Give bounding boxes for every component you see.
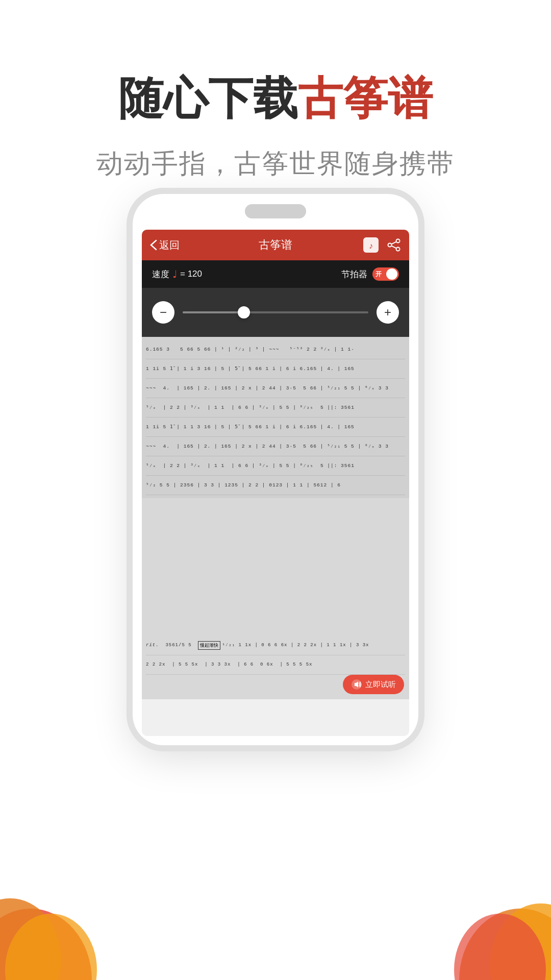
svg-line-12 [391,246,396,249]
svg-point-8 [396,239,400,243]
title-suffix: 古筝谱 [298,73,433,124]
metronome-toggle[interactable]: 开 [372,267,399,281]
speed-increase-button[interactable]: + [377,301,399,324]
flower-right-decoration [408,837,551,980]
slider-fill [183,311,244,313]
app-navbar: 返回 古筝谱 ♪ [142,230,409,260]
speed-bar: 速度 ♩ = 120 节拍器 开 [142,260,409,288]
box-text: 慢起渐快 [198,641,220,650]
notation-row-9: rit. 3561/5 5 慢起渐快 ¹⁄₂₁ 1 1x | 0 6 6 6x … [146,636,405,655]
nav-title: 古筝谱 [259,237,292,253]
metronome-section: 节拍器 开 [341,267,399,281]
app-screen: 返回 古筝谱 ♪ [142,230,409,736]
toggle-on-label: 开 [375,270,382,279]
svg-text:♪: ♪ [369,241,373,250]
svg-point-9 [388,243,392,247]
phone-frame: 返回 古筝谱 ♪ [133,194,418,745]
speed-decrease-button[interactable]: − [152,301,174,324]
phone-mockup: 返回 古筝谱 ♪ [133,194,418,755]
title-prefix: 随心下载 [118,73,298,124]
nav-icons: ♪ [363,237,401,253]
nav-back-button[interactable]: 返回 [150,238,180,252]
svg-point-10 [396,248,400,251]
notation-row-7: ⁵⁄ₓ | 2 2 | ³⁄ₓ | 1 1 | 6 6 | ³⁄ₓ | 5 5 … [146,456,405,476]
notation-row-1: 6.165 3 5 66 5 66 | ¹ | ²⁄₂ | ³ | ~~~ ⁵⁻… [146,340,405,359]
speed-label: 速度 ♩ = 120 [152,268,202,280]
notation-row-3: ~~~ 4. | 165 | 2. | 165 | 2 x | 2 44 | 3… [146,379,405,398]
header-section: 随心下载古筝谱 动动手指，古筝世界随身携带 [0,0,551,182]
back-label: 返回 [159,238,180,252]
bpm-value: = 120 [180,269,202,279]
metronome-label: 节拍器 [341,268,367,280]
notation-row-10: 2 2 2x | 5 5 5x | 3 3 3x | 6 6 0 6x | 5 … [146,655,405,675]
speaker-icon [351,679,362,690]
notation-row-5: 1 1i 5 1̄ | 1 1 3 16 | 5 | 5̄ | 5 66 1 i… [146,418,405,437]
phone-speaker [245,204,306,218]
listen-button[interactable]: 立即试听 [343,675,404,694]
speed-text: 速度 [152,268,169,280]
toggle-knob [386,268,397,280]
speed-slider-track[interactable] [183,311,368,313]
notation-row-6: ~~~ 4. | 165 | 2. | 165 | 2 x | 2 44 | 3… [146,437,405,456]
slider-thumb[interactable] [238,306,250,318]
back-chevron-icon [150,239,157,251]
main-title: 随心下载古筝谱 [0,71,551,126]
slider-area: − + [142,288,409,337]
share-icon[interactable] [387,238,401,252]
listen-label: 立即试听 [365,680,396,690]
subtitle: 动动手指，古筝世界随身携带 [0,146,551,182]
sheet-music-area: 6.165 3 5 66 5 66 | ¹ | ²⁄₂ | ³ | ~~~ ⁵⁻… [142,337,409,633]
notation-row-4: ⁵⁄ₓ | 2 2 | ³⁄ₓ | 1 1 | 6 6 | ³⁄ₓ | 5 5 … [146,398,405,418]
flower-left-decoration [0,837,143,980]
notation-row-2: 1 1i 5 1̄ | 1 i 3 16 | 5 | 5̄ | 5 66 1 i… [146,359,405,379]
bottom-sheet: rit. 3561/5 5 慢起渐快 ¹⁄₂₁ 1 1x | 0 6 6 6x … [142,633,409,699]
notation-row-8: ⁵⁄₂ 5 5 | 2356 | 3 3 | 1235 | 2 2 | 0123… [146,476,405,495]
logo-icon[interactable]: ♪ [363,237,379,253]
music-note-icon: ♩ [172,268,177,280]
svg-line-11 [391,242,396,244]
